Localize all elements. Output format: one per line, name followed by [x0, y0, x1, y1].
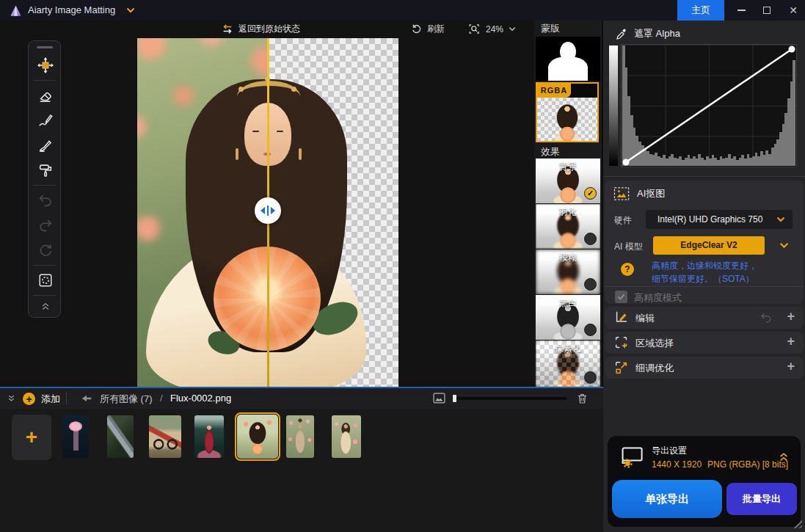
roller-tool[interactable] [29, 158, 62, 183]
undo-tool[interactable] [29, 188, 62, 213]
maximize-icon [763, 7, 771, 14]
mask-thumbnail[interactable] [536, 37, 600, 81]
edit-section-header[interactable]: 编辑 + [605, 307, 804, 329]
effect-feather[interactable]: 羽化 [536, 204, 600, 249]
refine-section-header[interactable]: 细调优化 + [605, 357, 804, 379]
curve-endpoint-high[interactable] [789, 46, 795, 53]
rgba-thumbnail[interactable]: RGBA [536, 82, 599, 142]
toolbar-collapse-button[interactable] [29, 298, 62, 314]
filmstrip-add-button[interactable]: + [12, 415, 51, 460]
expand-plus-icon[interactable]: + [787, 334, 795, 349]
back-arrow-icon[interactable] [81, 393, 92, 404]
effect-label: 像素化 [536, 343, 600, 355]
earring [236, 148, 238, 160]
thumbnail-axe-forest[interactable] [107, 415, 134, 458]
collapse-up-icon[interactable] [777, 451, 790, 462]
refine-icon [613, 360, 630, 376]
toolbar-separator [33, 295, 56, 296]
effect-pixelate[interactable]: 像素化 [536, 340, 600, 387]
thumbnail-red-dress[interactable] [194, 415, 224, 458]
slider-right-arrow-icon [271, 207, 275, 214]
toolbar-separator [33, 265, 56, 266]
refresh-icon [411, 23, 422, 34]
app-title: Aiarty Image Matting [28, 0, 115, 21]
ai-model-dropdown[interactable]: EdgeClear V2 [653, 236, 765, 255]
eyedropper-icon [615, 28, 628, 41]
select-region-tool[interactable] [29, 268, 62, 293]
breadcrumb-all-images[interactable]: 所有图像 (7) [100, 393, 153, 406]
thumbnail-garden-woman[interactable] [286, 415, 314, 458]
alpha-curve[interactable] [622, 45, 796, 167]
trash-icon[interactable] [576, 392, 589, 405]
brush-tool[interactable] [29, 133, 62, 158]
expand-plus-icon[interactable]: + [787, 309, 795, 324]
compare-slider-handle[interactable] [255, 197, 281, 224]
region-select-section-header[interactable]: 区域选择 + [605, 332, 804, 354]
ai-section-title: AI抠图 [637, 187, 665, 200]
effect-bw[interactable]: 黑白 [536, 295, 600, 340]
model-hint-line1: 高精度，边缘和锐度更好， [652, 260, 757, 272]
roller-icon [37, 162, 54, 178]
thumbnail-jellyfish[interactable] [62, 415, 89, 458]
refine-section-label: 细调优化 [635, 362, 674, 375]
zoom-chevron-icon[interactable] [509, 26, 516, 32]
help-icon[interactable]: ? [621, 263, 634, 276]
minimize-icon [737, 10, 746, 11]
eraser-icon [37, 87, 54, 103]
effects-section-label: 效果 [541, 145, 560, 158]
add-image-label[interactable]: 添加 [41, 393, 60, 406]
thumbnail-size-slider[interactable] [452, 397, 567, 400]
collapse-down-icon[interactable] [7, 394, 16, 403]
hardware-dropdown[interactable]: Intel(R) UHD Graphics 750 [646, 210, 793, 229]
effect-badge[interactable] [584, 371, 597, 384]
batch-export-button[interactable]: 批量导出 [726, 483, 797, 515]
export-meta: 1440 X 1920PNG (RGBA) [8 bits] [652, 459, 794, 470]
home-button[interactable]: 主页 [677, 0, 724, 21]
alpha-histogram-curve[interactable] [621, 44, 797, 167]
app-menu-chevron-icon[interactable] [126, 7, 135, 13]
effect-badge[interactable] [584, 233, 597, 245]
effect-badge[interactable] [584, 278, 597, 291]
zoom-control[interactable]: 24% [468, 23, 516, 35]
precision-checkbox[interactable] [615, 291, 627, 303]
refresh-button[interactable]: 刷新 [411, 23, 445, 35]
thumbnail-flower-woman[interactable] [332, 415, 361, 458]
expand-plus-icon[interactable]: + [787, 359, 795, 374]
section-divider [605, 286, 804, 287]
chevron-down-icon[interactable] [779, 242, 789, 249]
thumbnail-bicycle[interactable] [149, 415, 181, 458]
move-transform-tool[interactable] [29, 53, 62, 78]
effect-checked-badge[interactable]: ✓ [584, 187, 597, 200]
chevron-down-icon [776, 216, 785, 222]
minimize-button[interactable] [730, 0, 752, 21]
reset-tool[interactable] [29, 238, 62, 263]
slider-handle[interactable] [453, 395, 456, 402]
select-region-icon [37, 272, 54, 288]
canvas-area: 返回到原始状态 刷新 24% [0, 21, 534, 387]
curve-endpoint-low[interactable] [623, 159, 630, 166]
ai-matting-section: AI抠图 硬件 Intel(R) UHD Graphics 750 AI 模型 … [605, 181, 804, 304]
redo-tool[interactable] [29, 213, 62, 238]
left-toolbar [28, 40, 61, 318]
slider-bar-icon [267, 205, 269, 216]
effect-blur[interactable]: 模糊 [536, 249, 600, 294]
image-compare-view[interactable] [137, 38, 398, 387]
maximize-button[interactable] [756, 0, 778, 21]
eraser-tool[interactable] [29, 83, 62, 108]
add-image-button[interactable]: + [23, 393, 35, 405]
single-export-button[interactable]: 单张导出 [612, 480, 722, 518]
rgba-header-bar: RGBA [537, 84, 597, 98]
alpha-panel-title: 遮罩 Alpha [634, 27, 680, 40]
section-undo-icon[interactable] [760, 311, 773, 324]
pen-tool[interactable] [29, 108, 62, 133]
effect-badge[interactable] [584, 324, 597, 336]
toolbar-drag-handle[interactable] [37, 46, 53, 48]
region-select-label: 区域选择 [635, 337, 674, 350]
effect-background[interactable]: 背景 ✓ [536, 158, 600, 203]
hardware-value: Intel(R) UHD Graphics 750 [658, 214, 762, 225]
close-button[interactable]: ✕ [782, 0, 805, 21]
collapse-up-icon [40, 301, 51, 311]
export-section: 导出设置 1440 X 1920PNG (RGBA) [8 bits] 单张导出… [608, 436, 801, 527]
thumbnail-current-selected[interactable] [235, 412, 280, 461]
reset-view-button[interactable]: 返回到原始状态 [222, 23, 300, 35]
